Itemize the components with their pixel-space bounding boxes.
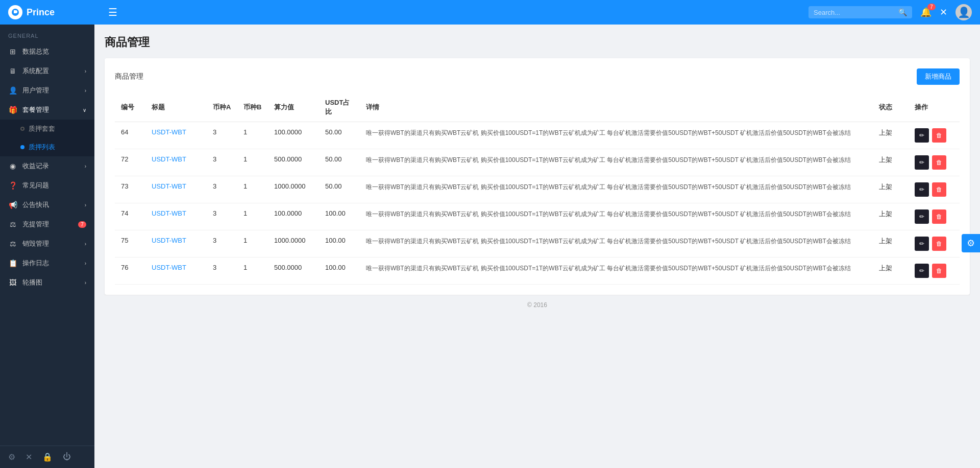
- topbar-right: 🔍 🔔 7 ✕ 👤: [808, 4, 972, 20]
- submenu-item-pledge-packages[interactable]: 质押套套: [0, 120, 94, 138]
- cell-status: 上架: [873, 230, 909, 258]
- content-card: 商品管理 新增商品 编号 标题 币种A 币种B 算力值 USDT占比 详情 状态…: [105, 58, 970, 295]
- edit-button[interactable]: ✏: [915, 237, 929, 251]
- cell-action: ✏ 🗑: [909, 258, 960, 285]
- deposit-badge: 7: [78, 221, 86, 228]
- col-header-coinB: 币种B: [237, 93, 268, 122]
- edit-button[interactable]: ✏: [915, 209, 929, 224]
- chevron-right-icon: ›: [85, 261, 86, 266]
- col-header-hash: 算力值: [268, 93, 319, 122]
- chevron-right-icon: ›: [85, 241, 86, 247]
- cell-hash: 500.0000: [268, 258, 319, 285]
- package-icon: 🎁: [8, 106, 17, 114]
- sidebar-item-carousel[interactable]: 🖼 轮播图 ›: [0, 273, 94, 292]
- edit-button[interactable]: ✏: [915, 128, 929, 143]
- submenu-item-pledge-list[interactable]: 质押列表: [0, 138, 94, 156]
- settings-bottom-icon[interactable]: ⚙: [8, 452, 15, 462]
- cell-usdt: 50.00: [319, 149, 360, 176]
- sidebar-item-sales[interactable]: ⚖ 销毁管理 ›: [0, 234, 94, 253]
- delete-button[interactable]: 🗑: [932, 128, 946, 143]
- cell-id: 75: [115, 230, 145, 258]
- hamburger-icon[interactable]: ☰: [108, 6, 117, 18]
- tools-icon[interactable]: ✕: [940, 7, 947, 18]
- cell-title: USDT-WBT: [145, 203, 207, 230]
- col-header-coinA: 币种A: [207, 93, 237, 122]
- cell-status: 上架: [873, 258, 909, 285]
- cell-detail: 唯一获得WBT的渠道只有购买WBT云矿机 购买价值100USDT=1T的WBT云…: [360, 230, 873, 258]
- sidebar-item-label: 轮播图: [22, 278, 80, 287]
- table-body: 64 USDT-WBT 3 1 100.0000 50.00 唯一获得WBT的渠…: [115, 122, 960, 285]
- footer: © 2016: [105, 295, 970, 315]
- cell-status: 上架: [873, 149, 909, 176]
- chevron-right-icon: ›: [85, 88, 86, 93]
- edit-button[interactable]: ✏: [915, 264, 929, 278]
- notification-bell[interactable]: 🔔 7: [920, 7, 932, 18]
- sidebar-item-label: 套餐管理: [22, 105, 78, 114]
- cell-id: 64: [115, 122, 145, 149]
- action-buttons: ✏ 🗑: [915, 209, 953, 224]
- search-icon[interactable]: 🔍: [898, 8, 907, 16]
- delete-button[interactable]: 🗑: [932, 209, 946, 224]
- sidebar-item-announcements[interactable]: 📢 公告快讯 ›: [0, 195, 94, 215]
- layout: GENERAL ⊞ 数据总览 🖥 系统配置 › 👤 用户管理 › 🎁 套餐管理 …: [0, 25, 980, 468]
- app-title: Prince: [27, 7, 55, 18]
- cell-coinA: 3: [207, 258, 237, 285]
- sidebar-item-deposits[interactable]: ⚖ 充提管理 7: [0, 215, 94, 234]
- cell-coinB: 1: [237, 122, 268, 149]
- delete-button[interactable]: 🗑: [932, 155, 946, 170]
- card-header: 商品管理 新增商品: [115, 68, 960, 85]
- cell-coinA: 3: [207, 230, 237, 258]
- cell-detail: 唯一获得WBT的渠道只有购买WBT云矿机 购买价值100USDT=1T的WBT云…: [360, 258, 873, 285]
- cell-title: USDT-WBT: [145, 258, 207, 285]
- col-header-usdt: USDT占比: [319, 93, 360, 122]
- sales-icon: ⚖: [8, 240, 17, 248]
- search-box: 🔍: [808, 6, 912, 18]
- dot-empty-icon: [20, 127, 24, 131]
- chevron-down-icon: ∨: [83, 107, 86, 113]
- edit-button[interactable]: ✏: [915, 155, 929, 170]
- sidebar-item-faq[interactable]: ❓ 常见问题: [0, 176, 94, 195]
- power-bottom-icon[interactable]: ⏻: [63, 452, 71, 462]
- add-product-button[interactable]: 新增商品: [917, 68, 960, 85]
- sidebar-item-users[interactable]: 👤 用户管理 ›: [0, 81, 94, 100]
- sidebar-item-logs[interactable]: 📋 操作日志 ›: [0, 253, 94, 273]
- cell-title: USDT-WBT: [145, 122, 207, 149]
- faq-icon: ❓: [8, 181, 17, 190]
- cell-status: 上架: [873, 122, 909, 149]
- lock-bottom-icon[interactable]: 🔒: [42, 452, 53, 462]
- cell-usdt: 50.00: [319, 176, 360, 203]
- sidebar: GENERAL ⊞ 数据总览 🖥 系统配置 › 👤 用户管理 › 🎁 套餐管理 …: [0, 25, 94, 468]
- cell-detail: 唯一获得WBT的渠道只有购买WBT云矿机 购买价值100USDT=1T的WBT云…: [360, 203, 873, 230]
- cell-coinA: 3: [207, 203, 237, 230]
- cell-action: ✏ 🗑: [909, 176, 960, 203]
- chevron-right-icon: ›: [85, 202, 86, 208]
- cell-hash: 500.0000: [268, 149, 319, 176]
- cell-coinB: 1: [237, 149, 268, 176]
- sidebar-item-packages[interactable]: 🎁 套餐管理 ∨: [0, 100, 94, 120]
- float-settings-button[interactable]: ⚙: [962, 234, 980, 252]
- sidebar-item-earnings[interactable]: ◉ 收益记录 ›: [0, 156, 94, 176]
- cell-action: ✏ 🗑: [909, 149, 960, 176]
- chevron-right-icon: ›: [85, 68, 86, 74]
- sidebar-item-label: 公告快讯: [22, 200, 80, 209]
- deposit-icon: ⚖: [8, 220, 17, 228]
- search-input[interactable]: [814, 9, 895, 16]
- cell-hash: 100.0000: [268, 203, 319, 230]
- delete-button[interactable]: 🗑: [932, 264, 946, 278]
- delete-button[interactable]: 🗑: [932, 182, 946, 197]
- cell-usdt: 100.00: [319, 203, 360, 230]
- cross-bottom-icon[interactable]: ✕: [26, 452, 32, 462]
- table-row: 64 USDT-WBT 3 1 100.0000 50.00 唯一获得WBT的渠…: [115, 122, 960, 149]
- topbar-left: Prince ☰: [8, 5, 117, 19]
- edit-button[interactable]: ✏: [915, 182, 929, 197]
- cell-action: ✏ 🗑: [909, 230, 960, 258]
- sidebar-item-dashboard[interactable]: ⊞ 数据总览: [0, 42, 94, 61]
- sidebar-item-label: 销毁管理: [22, 239, 80, 248]
- avatar[interactable]: 👤: [955, 4, 972, 20]
- sidebar-item-system[interactable]: 🖥 系统配置 ›: [0, 61, 94, 81]
- cell-hash: 1000.0000: [268, 230, 319, 258]
- table-row: 72 USDT-WBT 3 1 500.0000 50.00 唯一获得WBT的渠…: [115, 149, 960, 176]
- col-header-id: 编号: [115, 93, 145, 122]
- table-row: 76 USDT-WBT 3 1 500.0000 100.00 唯一获得WBT的…: [115, 258, 960, 285]
- delete-button[interactable]: 🗑: [932, 237, 946, 251]
